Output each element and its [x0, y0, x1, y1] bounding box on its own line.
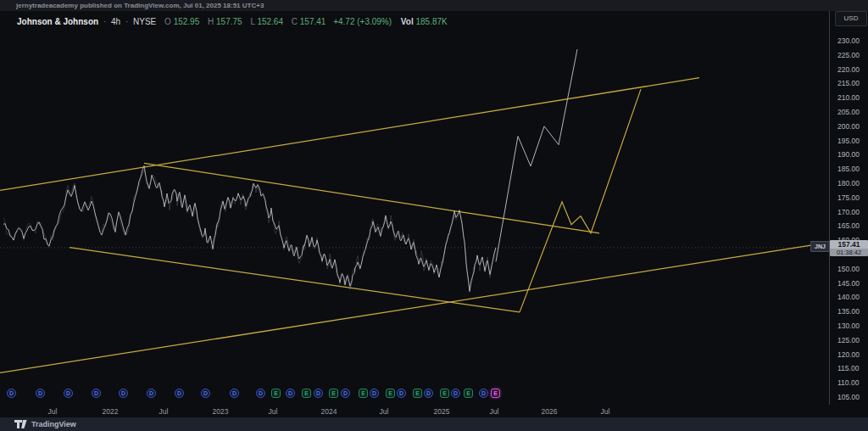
dividend-marker-icon[interactable]: D — [479, 389, 488, 398]
dividend-marker-icon[interactable]: D — [341, 389, 350, 398]
dividend-marker-icon[interactable]: D — [7, 389, 16, 398]
volume-value: 185.87K — [415, 17, 447, 26]
tradingview-brand-text[interactable]: TradingView — [31, 420, 76, 428]
price-tick-label: 145.00 — [830, 279, 868, 288]
time-tick-label: Jul — [380, 407, 389, 416]
exchange-label: NYSE — [133, 17, 156, 26]
upcoming-earnings-marker-icon[interactable]: E — [491, 389, 500, 398]
dividend-marker-icon[interactable]: D — [397, 389, 406, 398]
dividend-marker-icon[interactable]: D — [286, 389, 295, 398]
price-tick-label: 180.00 — [830, 179, 868, 188]
dividend-marker-icon[interactable]: D — [64, 389, 73, 398]
price-tick-label: 225.00 — [830, 51, 868, 59]
earnings-marker-icon[interactable]: E — [464, 389, 473, 398]
price-tick-label: 170.00 — [830, 208, 868, 216]
earnings-marker-icon[interactable]: E — [440, 389, 449, 398]
high-letter: H — [208, 17, 214, 26]
price-tick-label: 210.00 — [830, 93, 868, 102]
low-value: 152.64 — [257, 17, 283, 26]
price-tick-label: 230.00 — [830, 36, 868, 45]
price-tick-label: 120.00 — [830, 350, 868, 359]
price-tick-label: 130.00 — [830, 322, 868, 330]
last-price-label: 157.41 01:38:42 — [830, 240, 868, 256]
time-tick-label: Jul — [159, 407, 169, 416]
time-axis[interactable]: Jul2022Jul2023Jul2024Jul2025Jul2026Jul — [0, 405, 868, 417]
last-price-value: 157.41 — [830, 240, 868, 249]
events-marker-row: DDDDDDDDDDDDDDDDDDEEEEEEEEE — [0, 389, 829, 400]
dividend-marker-icon[interactable]: D — [36, 389, 45, 398]
dividend-marker-icon[interactable]: D — [230, 389, 239, 398]
dividend-marker-icon[interactable]: D — [451, 389, 460, 398]
price-tick-label: 140.00 — [830, 293, 868, 301]
dividend-marker-icon[interactable]: D — [314, 389, 323, 398]
time-tick-label: Jul — [490, 407, 499, 416]
price-tick-label: 215.00 — [830, 79, 868, 87]
symbol-price-tag: JNJ — [810, 241, 830, 252]
price-tick-label: 200.00 — [830, 122, 868, 131]
price-tick-label: 175.00 — [830, 193, 868, 202]
earnings-marker-icon[interactable]: E — [386, 389, 395, 398]
low-letter: L — [250, 17, 254, 26]
price-tick-label: 150.00 — [830, 265, 868, 273]
separator-dot: · — [125, 17, 128, 26]
dividend-marker-icon[interactable]: D — [256, 389, 265, 398]
time-tick-label: Jul — [269, 407, 278, 416]
tradingview-published-chart: jernytradeacademy published on TradingVi… — [0, 0, 868, 431]
price-tick-label: 205.00 — [830, 108, 868, 116]
time-tick-label: Jul — [601, 407, 610, 416]
price-tick-label: 220.00 — [830, 65, 868, 74]
dividend-marker-icon[interactable]: D — [147, 389, 156, 398]
earnings-marker-icon[interactable]: E — [329, 389, 338, 398]
close-letter: C — [292, 17, 298, 26]
open-value: 152.95 — [174, 17, 200, 26]
price-tick-label: 135.00 — [830, 307, 868, 316]
symbol-info-bar[interactable]: Johnson & Johnson · 4h · NYSE O 152.95 H… — [17, 17, 448, 27]
time-tick-label: 2022 — [103, 407, 119, 416]
chart-canvas[interactable] — [0, 11, 829, 405]
price-tick-label: 105.00 — [830, 393, 868, 401]
high-value: 157.75 — [216, 17, 242, 26]
earnings-marker-icon[interactable]: E — [302, 389, 311, 398]
dividend-marker-icon[interactable]: D — [175, 389, 184, 398]
dividend-marker-icon[interactable]: D — [424, 389, 433, 398]
close-value: 157.41 — [300, 17, 326, 26]
earnings-marker-icon[interactable]: E — [413, 389, 422, 398]
attribution-bar: jernytradeacademy published on TradingVi… — [0, 0, 868, 11]
price-tick-label: 195.00 — [830, 137, 868, 145]
currency-button[interactable]: USD — [835, 11, 867, 26]
time-tick-label: Jul — [48, 407, 58, 416]
interval-label[interactable]: 4h — [111, 17, 120, 26]
dividend-marker-icon[interactable]: D — [92, 389, 101, 398]
volume-label: Vol — [401, 17, 414, 26]
dividend-marker-icon[interactable]: D — [201, 389, 210, 398]
symbol-name[interactable]: Johnson & Johnson — [17, 17, 98, 26]
bar-countdown-timer: 01:38:42 — [830, 249, 868, 256]
price-tick-label: 185.00 — [830, 165, 868, 173]
time-tick-label: 2026 — [542, 407, 558, 416]
price-axis[interactable]: USD 230.00225.00220.00215.00210.00205.00… — [830, 11, 868, 405]
dividend-marker-icon[interactable]: D — [370, 389, 379, 398]
time-tick-label: 2025 — [434, 407, 450, 416]
time-tick-label: 2024 — [321, 407, 337, 416]
open-letter: O — [164, 17, 171, 26]
price-tick-label: 115.00 — [830, 364, 868, 372]
price-tick-label: 190.00 — [830, 150, 868, 159]
price-tick-label: 165.00 — [830, 221, 868, 230]
price-tick-label: 125.00 — [830, 336, 868, 344]
footer-bar: TradingView — [0, 417, 868, 431]
price-change: +4.72 (+3.09%) — [333, 17, 392, 26]
tradingview-logo-icon[interactable] — [14, 420, 27, 428]
separator-dot: · — [103, 17, 106, 26]
price-tick-label: 110.00 — [830, 378, 868, 387]
time-tick-label: 2023 — [213, 407, 229, 416]
dividend-marker-icon[interactable]: D — [119, 389, 128, 398]
earnings-marker-icon[interactable]: E — [359, 389, 368, 398]
attribution-text: jernytradeacademy published on TradingVi… — [16, 2, 264, 9]
earnings-marker-icon[interactable]: E — [271, 389, 281, 398]
